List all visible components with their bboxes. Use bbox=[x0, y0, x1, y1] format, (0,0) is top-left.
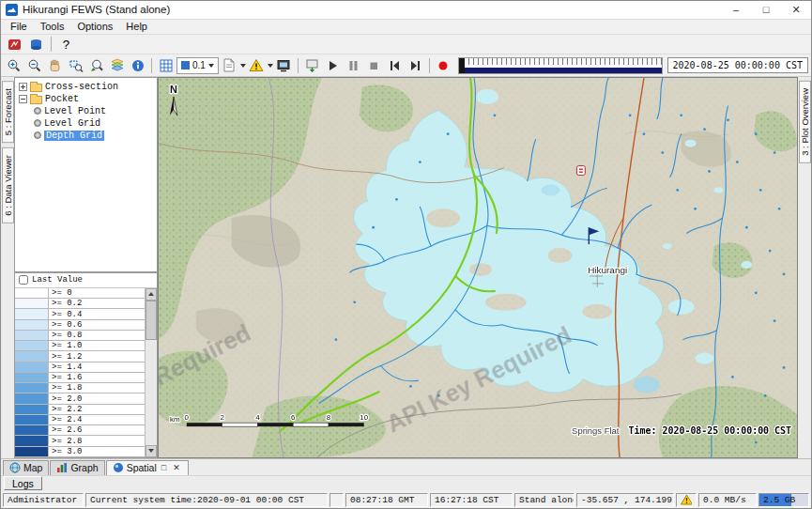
zoom-box-button[interactable] bbox=[66, 56, 85, 75]
pause-button[interactable] bbox=[344, 56, 363, 75]
layers-button[interactable] bbox=[107, 56, 127, 75]
forecast-management-button[interactable] bbox=[5, 35, 24, 54]
legend-label: >= 2.8 bbox=[49, 436, 82, 445]
tab-forecast[interactable]: 5 : Forecast bbox=[2, 81, 14, 143]
grid-threshold-combo[interactable]: 0.1 bbox=[176, 57, 219, 74]
zoom-out-icon bbox=[27, 58, 42, 73]
play-button[interactable] bbox=[323, 56, 343, 75]
tab-label: Graph bbox=[70, 462, 98, 473]
expander-plus-icon[interactable] bbox=[19, 83, 27, 91]
scroll-track[interactable] bbox=[146, 301, 157, 445]
info-icon bbox=[130, 58, 146, 73]
close-button[interactable]: ✕ bbox=[781, 1, 811, 19]
tree-item-cross-section[interactable]: Cross-section bbox=[15, 81, 157, 93]
left-dock-strip: 5 : Forecast 6 : Data Viewer bbox=[1, 77, 14, 458]
map-canvas[interactable]: API Key Required API Key Required N km 0… bbox=[158, 77, 798, 458]
tab-plot-overview[interactable]: 3 : Plot Overview bbox=[799, 81, 811, 163]
status-user: Administrator bbox=[3, 493, 84, 507]
scroll-thumb[interactable] bbox=[146, 301, 157, 340]
spatial-icon bbox=[113, 462, 124, 473]
last-value-checkbox[interactable] bbox=[19, 275, 28, 285]
zoom-previous-button[interactable] bbox=[86, 56, 106, 75]
legend-label: >= 0.8 bbox=[49, 331, 82, 340]
zoom-out-button[interactable] bbox=[24, 56, 44, 75]
thresholds-warning-button[interactable] bbox=[247, 56, 267, 75]
legend-row: >= 0.6 bbox=[15, 320, 145, 331]
legend-swatch bbox=[15, 405, 49, 414]
minimize-button[interactable]: – bbox=[721, 1, 751, 19]
legend-swatch bbox=[15, 415, 49, 424]
scroll-down-button[interactable] bbox=[146, 445, 157, 457]
manual-forecast-button[interactable] bbox=[26, 35, 46, 54]
tab-data-viewer[interactable]: 6 : Data Viewer bbox=[2, 147, 14, 224]
legend-label: >= 1.0 bbox=[49, 341, 82, 350]
layers-icon bbox=[110, 58, 125, 73]
status-local-time: 16:27:18 CST bbox=[430, 493, 513, 507]
record-icon bbox=[437, 59, 450, 72]
grid-display-button[interactable] bbox=[156, 56, 176, 75]
legend-swatch bbox=[15, 373, 49, 382]
status-warning[interactable] bbox=[676, 493, 697, 507]
menu-tools[interactable]: Tools bbox=[35, 20, 70, 33]
highway-shield-icon bbox=[576, 165, 585, 175]
stop-button[interactable] bbox=[364, 56, 384, 75]
warning-icon bbox=[249, 58, 264, 72]
menu-file[interactable]: File bbox=[5, 20, 33, 33]
help-button[interactable]: ? bbox=[56, 35, 76, 54]
chevron-down-icon[interactable] bbox=[240, 64, 246, 68]
animation-display-button[interactable] bbox=[274, 56, 294, 75]
tree-item-level-grid[interactable]: Level Grid bbox=[15, 117, 157, 130]
timeline-handle[interactable] bbox=[459, 58, 465, 73]
triangle-down-icon bbox=[148, 449, 154, 453]
svg-text:10: 10 bbox=[360, 413, 368, 422]
svg-text:4: 4 bbox=[255, 413, 260, 422]
menu-help[interactable]: Help bbox=[120, 20, 153, 33]
menu-options[interactable]: Options bbox=[71, 20, 118, 33]
app-icon bbox=[6, 4, 18, 16]
tab-graph[interactable]: Graph bbox=[50, 460, 104, 475]
toolbar-separator bbox=[151, 58, 152, 73]
scroll-up-button[interactable] bbox=[146, 288, 157, 301]
legend-label: >= 2.4 bbox=[49, 415, 82, 424]
legend-swatch bbox=[15, 447, 49, 456]
record-button[interactable] bbox=[434, 56, 453, 75]
svg-text:2: 2 bbox=[220, 413, 224, 422]
timeline-slider[interactable] bbox=[458, 57, 663, 74]
step-forward-button[interactable] bbox=[406, 56, 425, 75]
tree-item-level-point[interactable]: Level Point bbox=[15, 105, 157, 117]
status-gmt-time: 08:27:18 GMT bbox=[345, 493, 428, 507]
legend-label: >= 1.2 bbox=[49, 351, 82, 361]
tree-item-depth-grid[interactable]: Depth Grid bbox=[15, 130, 157, 142]
close-panel-button[interactable]: ✕ bbox=[171, 463, 182, 472]
tab-spatial[interactable]: Spatial □ ✕ bbox=[106, 460, 189, 475]
globe-icon bbox=[9, 462, 21, 473]
step-forward-icon bbox=[408, 59, 421, 72]
export-animation-button[interactable] bbox=[302, 56, 322, 75]
tree-item-pocket[interactable]: Pocket bbox=[15, 93, 157, 105]
step-back-button[interactable] bbox=[385, 56, 405, 75]
pan-button[interactable] bbox=[45, 56, 65, 75]
legend-label: >= 0 bbox=[49, 288, 72, 298]
legend-row: >= 1.4 bbox=[15, 362, 145, 373]
logs-button[interactable]: Logs bbox=[4, 476, 42, 490]
main-area: 5 : Forecast 6 : Data Viewer Cross-secti… bbox=[1, 77, 811, 458]
zoom-in-button[interactable] bbox=[4, 56, 23, 75]
chevron-down-icon[interactable] bbox=[268, 64, 273, 68]
toolbar-separator bbox=[51, 37, 52, 52]
info-button[interactable] bbox=[128, 56, 147, 75]
profile-display-button[interactable] bbox=[220, 56, 239, 75]
current-time-display: 2020-08-25 00:00:00 CST bbox=[667, 57, 808, 73]
map-svg: API Key Required API Key Required N km 0… bbox=[159, 78, 797, 457]
float-panel-button[interactable]: □ bbox=[160, 463, 168, 472]
legend-scrollbar[interactable] bbox=[145, 288, 157, 457]
place-label: Springs Flat bbox=[572, 425, 620, 436]
expander-minus-icon[interactable] bbox=[19, 95, 27, 103]
tab-map[interactable]: Map bbox=[3, 460, 49, 475]
maximize-button[interactable]: □ bbox=[751, 1, 781, 19]
forecast-management-icon bbox=[8, 38, 22, 52]
toolbar-map: 0.1 bbox=[1, 54, 811, 77]
title-bar[interactable]: Hikurangi FEWS (Stand alone) – □ ✕ bbox=[1, 1, 811, 20]
app-window: Hikurangi FEWS (Stand alone) – □ ✕ File … bbox=[0, 0, 812, 509]
folder-icon bbox=[30, 96, 42, 104]
spatial-layer-tree: Cross-section Pocket Level Point Level G… bbox=[14, 77, 158, 272]
